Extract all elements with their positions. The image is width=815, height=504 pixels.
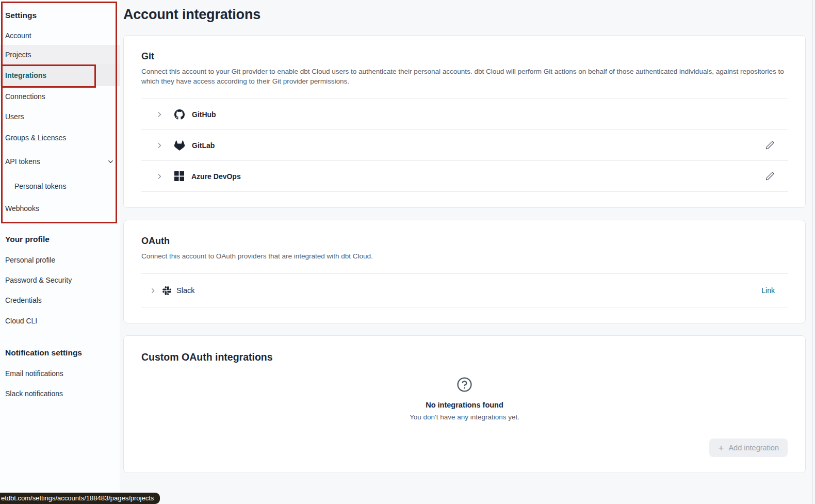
- empty-state: No integrations found You don't have any…: [141, 377, 788, 421]
- add-integration-button[interactable]: + Add integration: [709, 438, 788, 457]
- scrollbar-track[interactable]: [812, 0, 813, 504]
- sidebar-item-api-tokens[interactable]: API tokens: [0, 149, 120, 174]
- git-provider-label: GitHub: [192, 110, 216, 119]
- sidebar-item-personal-profile[interactable]: Personal profile: [0, 250, 120, 270]
- edit-azure-devops-button[interactable]: [765, 172, 774, 181]
- sidebar-item-groups-licenses[interactable]: Groups & Licenses: [0, 126, 120, 149]
- slack-icon: [162, 286, 171, 295]
- sidebar-item-account[interactable]: Account: [0, 26, 120, 45]
- oauth-section-description: Connect this account to OAuth providers …: [141, 251, 788, 261]
- empty-state-title: No integrations found: [141, 401, 788, 409]
- oauth-provider-row-slack[interactable]: Slack Link: [141, 273, 788, 307]
- add-integration-label: Add integration: [728, 444, 779, 452]
- gitlab-icon: [174, 140, 185, 151]
- sidebar-section-settings: Settings Account Projects Integrations C…: [0, 0, 120, 219]
- sidebar-header-notification-settings: Notification settings: [0, 343, 120, 363]
- empty-state-subtitle: You don't have any integrations yet.: [141, 413, 788, 421]
- chevron-right-icon[interactable]: [156, 142, 163, 149]
- add-integration-row: + Add integration: [141, 438, 788, 457]
- github-icon: [174, 109, 185, 120]
- settings-sidebar: Settings Account Projects Integrations C…: [0, 0, 120, 504]
- git-provider-row-github[interactable]: GitHub: [141, 99, 788, 129]
- plus-icon: +: [718, 443, 724, 453]
- sidebar-header-your-profile: Your profile: [0, 229, 120, 250]
- sidebar-section-notification-settings: Notification settings Email notification…: [0, 343, 120, 403]
- sidebar-item-projects[interactable]: Projects: [0, 45, 120, 64]
- sidebar-section-your-profile: Your profile Personal profile Password &…: [0, 229, 120, 331]
- status-url-tooltip: etdbt.com/settings/accounts/188483/pages…: [0, 493, 160, 504]
- custom-oauth-section-title: Custom OAuth integrations: [141, 351, 788, 363]
- edit-gitlab-button[interactable]: [765, 141, 774, 150]
- chevron-right-icon[interactable]: [150, 287, 156, 294]
- git-section-description: Connect this account to your Git provide…: [141, 67, 788, 86]
- git-provider-label: Azure DevOps: [191, 172, 241, 181]
- sidebar-item-integrations[interactable]: Integrations: [0, 64, 120, 86]
- oauth-section-card: OAuth Connect this account to OAuth prov…: [123, 220, 806, 323]
- sidebar-item-webhooks[interactable]: Webhooks: [0, 198, 120, 219]
- git-section-card: Git Connect this account to your Git pro…: [123, 35, 806, 208]
- chevron-right-icon[interactable]: [156, 173, 163, 180]
- sidebar-item-credentials[interactable]: Credentials: [0, 290, 120, 311]
- sidebar-item-cloud-cli[interactable]: Cloud CLI: [0, 311, 120, 331]
- sidebar-item-email-notifications[interactable]: Email notifications: [0, 363, 120, 383]
- chevron-right-icon[interactable]: [156, 111, 163, 118]
- main-content: Account integrations Git Connect this ac…: [120, 0, 815, 473]
- sidebar-item-password-security[interactable]: Password & Security: [0, 270, 120, 290]
- custom-oauth-section-card: Custom OAuth integrations No integration…: [123, 335, 806, 473]
- chevron-down-icon: [107, 158, 115, 166]
- sidebar-item-personal-tokens[interactable]: Personal tokens: [0, 174, 120, 198]
- pencil-icon: [765, 141, 774, 150]
- sidebar-item-slack-notifications[interactable]: Slack notifications: [0, 383, 120, 403]
- git-provider-row-gitlab[interactable]: GitLab: [141, 129, 788, 160]
- page-title: Account integrations: [123, 0, 806, 23]
- sidebar-item-connections[interactable]: Connections: [0, 86, 120, 106]
- sidebar-header-settings: Settings: [0, 5, 120, 26]
- slack-link-button[interactable]: Link: [761, 286, 775, 295]
- git-provider-row-azure-devops[interactable]: Azure DevOps: [141, 160, 788, 191]
- sidebar-item-users[interactable]: Users: [0, 106, 120, 126]
- git-section-title: Git: [141, 51, 788, 62]
- oauth-section-title: OAuth: [141, 236, 788, 247]
- oauth-provider-list: Slack Link: [141, 273, 788, 307]
- question-circle-icon: [457, 377, 472, 393]
- oauth-provider-label: Slack: [176, 286, 194, 295]
- git-provider-label: GitLab: [192, 141, 215, 150]
- azure-devops-icon: [174, 171, 184, 181]
- git-provider-list: GitHub GitLab: [141, 99, 788, 192]
- pencil-icon: [765, 172, 774, 181]
